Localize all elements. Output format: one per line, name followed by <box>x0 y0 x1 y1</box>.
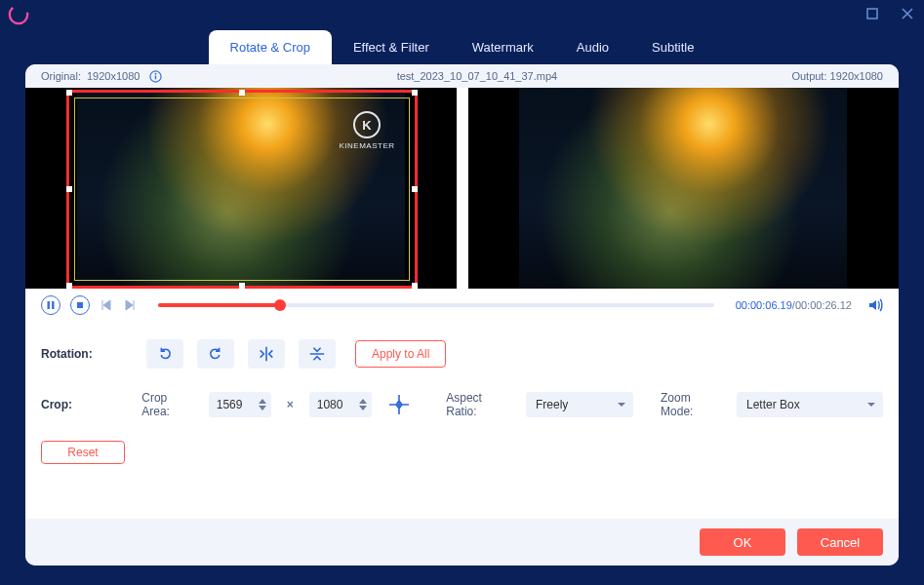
info-icon[interactable] <box>149 70 162 83</box>
pause-button[interactable] <box>41 295 60 315</box>
height-up[interactable] <box>358 398 368 405</box>
crop-width-input[interactable] <box>217 398 256 411</box>
tab-bar: Rotate & Crop Effect & Filter Watermark … <box>0 27 924 64</box>
crop-height-input[interactable] <box>317 398 356 411</box>
preview-output <box>468 88 900 289</box>
aspect-ratio-label: Aspect Ratio: <box>446 391 512 418</box>
prev-frame-button[interactable] <box>100 298 113 312</box>
crop-handle-ml[interactable] <box>66 186 72 192</box>
height-down[interactable] <box>358 405 368 411</box>
app-logo-icon <box>8 4 29 25</box>
info-strip: Original: 1920x1080 test_2023_10_07_10_4… <box>25 64 899 88</box>
dialog-footer: OK Cancel <box>25 519 899 566</box>
crop-frame[interactable] <box>66 90 418 289</box>
preview-row: K KINEMASTER <box>25 88 899 289</box>
output-value: 1920x1080 <box>830 70 883 82</box>
crop-handle-tr[interactable] <box>412 90 418 96</box>
crop-height-field[interactable] <box>309 392 372 417</box>
tab-audio[interactable]: Audio <box>555 30 630 64</box>
dimension-separator: × <box>287 398 294 411</box>
svg-point-0 <box>10 6 27 23</box>
svg-rect-1 <box>867 9 877 19</box>
rotation-row: Rotation: Apply to All <box>41 339 883 369</box>
editor-panel: Original: 1920x1080 test_2023_10_07_10_4… <box>25 64 899 566</box>
time-current: 00:00:06.19 <box>736 299 792 311</box>
aspect-ratio-select[interactable]: Freely <box>526 392 633 417</box>
crop-handle-bl[interactable] <box>66 283 72 289</box>
cancel-button[interactable]: Cancel <box>797 528 883 556</box>
zoom-mode-select[interactable]: Letter Box <box>737 392 883 417</box>
tab-subtitle[interactable]: Subtitle <box>630 30 715 64</box>
volume-button[interactable] <box>867 297 883 313</box>
svg-rect-7 <box>77 302 83 308</box>
svg-rect-3 <box>155 75 156 79</box>
crop-label: Crop: <box>41 398 128 411</box>
ok-button[interactable]: OK <box>700 528 785 556</box>
width-down[interactable] <box>258 405 267 411</box>
width-up[interactable] <box>258 398 267 405</box>
output-label: Output: <box>791 70 826 82</box>
rotate-right-button[interactable] <box>197 339 234 369</box>
rotate-left-button[interactable] <box>146 339 183 369</box>
original-value: 1920x1080 <box>87 70 140 82</box>
flip-horizontal-button[interactable] <box>248 339 285 369</box>
crop-handle-bc[interactable] <box>239 283 245 289</box>
reset-row: Reset <box>41 441 883 464</box>
crop-row: Crop: Crop Area: × Aspect Ratio: Freely … <box>41 390 883 419</box>
seek-thumb[interactable] <box>274 299 286 311</box>
titlebar <box>0 0 924 27</box>
original-label: Original: <box>41 70 81 82</box>
crop-handle-br[interactable] <box>412 283 418 289</box>
playback-bar: 00:00:06.19/00:00:26.12 <box>25 289 899 322</box>
tab-watermark[interactable]: Watermark <box>451 30 555 64</box>
rotation-label: Rotation: <box>41 347 133 361</box>
zoom-mode-label: Zoom Mode: <box>661 391 723 418</box>
preview-original[interactable]: K KINEMASTER <box>25 88 457 289</box>
crop-handle-tl[interactable] <box>66 90 72 96</box>
svg-point-4 <box>155 72 157 74</box>
time-duration: 00:00:26.12 <box>795 299 852 311</box>
stop-button[interactable] <box>70 295 90 315</box>
svg-rect-5 <box>48 301 50 309</box>
controls-area: Rotation: Apply to All Crop: Crop Area: … <box>25 322 899 519</box>
close-button[interactable] <box>899 5 916 22</box>
crop-handle-tc[interactable] <box>239 90 245 96</box>
flip-vertical-button[interactable] <box>299 339 336 369</box>
maximize-button[interactable] <box>864 5 881 22</box>
reset-button[interactable]: Reset <box>41 441 125 464</box>
filename-label: test_2023_10_07_10_41_37.mp4 <box>162 70 791 82</box>
center-crop-button[interactable] <box>385 390 413 419</box>
tab-effect-filter[interactable]: Effect & Filter <box>332 30 451 64</box>
next-frame-button[interactable] <box>123 298 137 312</box>
seek-slider[interactable] <box>158 303 714 307</box>
tab-rotate-crop[interactable]: Rotate & Crop <box>209 30 332 64</box>
crop-handle-mr[interactable] <box>412 186 418 192</box>
crop-width-field[interactable] <box>209 392 271 417</box>
svg-rect-6 <box>52 301 54 309</box>
apply-to-all-button[interactable]: Apply to All <box>355 340 446 368</box>
crop-area-label: Crop Area: <box>141 391 194 418</box>
timecode: 00:00:06.19/00:00:26.12 <box>736 299 852 311</box>
